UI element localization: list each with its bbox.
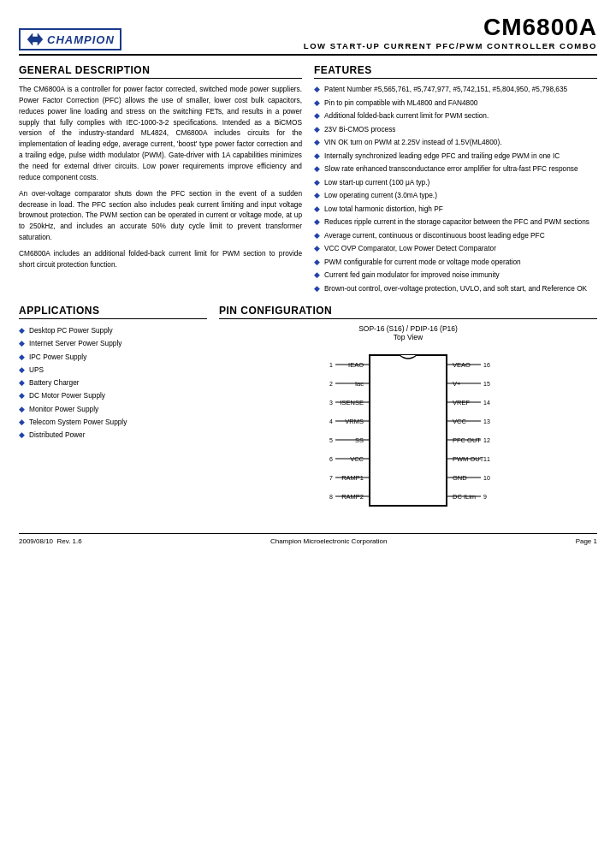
pin-diagram-svg: IEAO 1 Iac 2 ISENSE 3 VRMS 4 (288, 347, 528, 518)
features-col: FEATURES ◆Patent Number #5,565,761, #5,7… (314, 64, 597, 296)
svg-text:PWM OUT: PWM OUT (453, 455, 484, 463)
feature-item-2: ◆Additional folded-back current limit fo… (314, 110, 597, 122)
logo-area: CHAMPION (19, 28, 121, 50)
footer: 2009/08/10 Rev. 1.6 Champion Microelectr… (19, 533, 597, 545)
app-item-5: ◆DC Motor Power Supply (19, 389, 207, 402)
svg-rect-1 (370, 355, 447, 506)
diamond-8: ◆ (314, 190, 320, 202)
svg-text:4: 4 (329, 418, 333, 424)
svg-text:14: 14 (483, 400, 490, 406)
footer-company: Champion Microelectronic Corporation (270, 537, 388, 545)
app-diamond-2: ◆ (19, 351, 25, 364)
svg-text:2: 2 (329, 381, 333, 387)
svg-text:GND: GND (453, 474, 467, 482)
app-item-8: ◆Distributed Power (19, 429, 207, 442)
diamond-13: ◆ (314, 257, 320, 269)
app-diamond-7: ◆ (19, 416, 25, 429)
gd-para-3: CM6800A includes an additional folded-ba… (19, 248, 302, 270)
svg-text:VCC: VCC (453, 418, 466, 425)
champion-logo-icon (26, 32, 44, 47)
general-description-col: GENERAL DESCRIPTION The CM6800A is a con… (19, 64, 302, 296)
pin-subtitle: SOP-16 (S16) / PDIP-16 (P16) Top View (219, 324, 597, 341)
diamond-6: ◆ (314, 163, 320, 175)
footer-date: 2009/08/10 Rev. 1.6 (19, 537, 82, 545)
pin-diagram: IEAO 1 Iac 2 ISENSE 3 VRMS 4 (219, 347, 597, 518)
diamond-0: ◆ (314, 84, 320, 96)
gd-para-1: The CM6800A is a controller for power fa… (19, 84, 302, 183)
pin-config-col: PIN CONFIGURATION SOP-16 (S16) / PDIP-16… (219, 305, 597, 518)
diamond-4: ◆ (314, 137, 320, 149)
svg-text:VRMS: VRMS (345, 418, 364, 425)
feature-item-0: ◆Patent Number #5,565,761, #5,747,977, #… (314, 84, 597, 96)
feature-item-4: ◆VIN OK turn on PWM at 2.25V instead of … (314, 137, 597, 149)
diamond-10: ◆ (314, 216, 320, 228)
diamond-15: ◆ (314, 283, 320, 295)
app-diamond-5: ◆ (19, 389, 25, 402)
feature-item-10: ◆Reduces ripple current in the storage c… (314, 216, 597, 228)
svg-text:6: 6 (329, 456, 333, 462)
feature-item-12: ◆VCC OVP Comparator, Low Power Detect Co… (314, 243, 597, 255)
diamond-12: ◆ (314, 243, 320, 255)
diamond-11: ◆ (314, 230, 320, 242)
app-diamond-3: ◆ (19, 364, 25, 377)
general-description-title: GENERAL DESCRIPTION (19, 64, 302, 79)
feature-item-5: ◆Internally synchronized leading edge PF… (314, 151, 597, 163)
app-diamond-1: ◆ (19, 337, 25, 350)
svg-text:15: 15 (483, 381, 490, 387)
applications-list: ◆Desktop PC Power Supply ◆Internet Serve… (19, 324, 207, 442)
feature-item-7: ◆Low start-up current (100 μA typ.) (314, 177, 597, 189)
page: CHAMPION CM6800A Low Start-Up Current PF… (0, 0, 616, 866)
logo-box: CHAMPION (19, 28, 121, 50)
svg-text:16: 16 (483, 362, 490, 368)
feature-item-11: ◆Average current, continuous or disconti… (314, 230, 597, 242)
svg-text:Iac: Iac (355, 380, 364, 388)
app-item-0: ◆Desktop PC Power Supply (19, 324, 207, 337)
svg-text:ISENSE: ISENSE (340, 399, 364, 406)
diamond-2: ◆ (314, 110, 320, 122)
svg-text:IEAO: IEAO (348, 361, 364, 369)
feature-item-1: ◆Pin to pin compatible with ML4800 and F… (314, 98, 597, 110)
app-item-4: ◆Battery Charger (19, 377, 207, 389)
svg-text:RAMP1: RAMP1 (341, 474, 364, 482)
svg-text:SS: SS (355, 436, 364, 444)
diamond-14: ◆ (314, 270, 320, 282)
svg-text:7: 7 (329, 475, 333, 481)
feature-item-13: ◆PWM configurable for current mode or vo… (314, 257, 597, 269)
main-two-col: GENERAL DESCRIPTION The CM6800A is a con… (19, 64, 597, 296)
app-diamond-4: ◆ (19, 377, 25, 389)
gd-para-2: An over-voltage comparator shuts down th… (19, 188, 302, 243)
app-item-3: ◆UPS (19, 364, 207, 377)
svg-text:DC ILim: DC ILim (453, 493, 476, 501)
diamond-5: ◆ (314, 151, 320, 163)
diamond-9: ◆ (314, 204, 320, 216)
part-number: CM6800A (304, 15, 597, 39)
applications-title: APPLICATIONS (19, 305, 207, 319)
svg-text:11: 11 (483, 456, 490, 462)
features-title: FEATURES (314, 64, 597, 79)
svg-text:PFC OUT: PFC OUT (453, 436, 481, 444)
svg-text:1: 1 (329, 362, 333, 368)
app-diamond-6: ◆ (19, 403, 25, 416)
subtitle: Low Start-Up Current PFC/PWM Controller … (304, 41, 597, 50)
feature-item-9: ◆Low total harmonic distortion, high PF (314, 204, 597, 216)
feature-item-6: ◆Slow rate enhanced transconductance err… (314, 163, 597, 175)
app-item-6: ◆Monitor Power Supply (19, 403, 207, 416)
pin-config-title: PIN CONFIGURATION (219, 305, 597, 319)
title-area: CM6800A Low Start-Up Current PFC/PWM Con… (304, 15, 597, 50)
svg-text:13: 13 (483, 418, 490, 424)
feature-item-3: ◆23V Bi-CMOS process (314, 124, 597, 136)
svg-text:VCC: VCC (350, 455, 364, 463)
applications-col: APPLICATIONS ◆Desktop PC Power Supply ◆I… (19, 305, 207, 518)
feature-item-15: ◆Brown-out control, over-voltage protect… (314, 283, 597, 295)
feature-item-14: ◆Current fed gain modulator for improved… (314, 270, 597, 282)
svg-text:8: 8 (329, 494, 333, 500)
app-diamond-8: ◆ (19, 429, 25, 442)
svg-text:12: 12 (483, 437, 490, 443)
svg-text:5: 5 (329, 437, 333, 443)
svg-text:VEAO: VEAO (453, 361, 471, 369)
diamond-3: ◆ (314, 124, 320, 136)
logo-text: CHAMPION (47, 33, 115, 46)
app-item-7: ◆Telecom System Power Supply (19, 416, 207, 429)
svg-text:VREF: VREF (453, 399, 470, 406)
svg-marker-0 (27, 33, 43, 45)
